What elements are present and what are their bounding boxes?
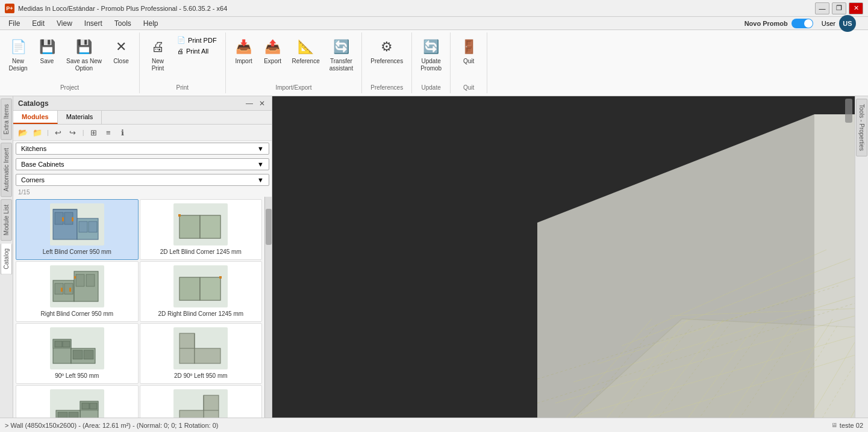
catalog-grid-view-button[interactable]: ⊞ — [88, 126, 100, 138]
list-item[interactable]: 90º Right 950 mm — [16, 385, 139, 418]
svg-rect-31 — [55, 341, 62, 347]
titlebar: P+ Medidas In Loco/Estándar - Promob Plu… — [0, 0, 868, 17]
tab-modules[interactable]: Modules — [13, 111, 58, 124]
subcategory-chevron-icon: ▼ — [257, 161, 264, 168]
statusbar-scene-icon: 🖥 — [831, 422, 837, 428]
catalog-collapse-button[interactable]: — — [244, 99, 255, 108]
menu-tools[interactable]: Tools — [108, 18, 137, 29]
list-item[interactable]: 2D Right Blind Corner 1245 mm — [140, 261, 263, 322]
save-button[interactable]: 💾 Save — [34, 35, 60, 67]
menu-insert[interactable]: Insert — [78, 18, 108, 29]
catalog-content: Left Blind Corner 950 mm — [13, 197, 272, 418]
catalog-folder-new-button[interactable]: 📁 — [31, 126, 43, 138]
catalog-header-buttons: — ✕ — [244, 99, 267, 108]
catalog-scrollbar[interactable] — [264, 197, 272, 418]
catalog-scroll-thumb[interactable] — [266, 209, 272, 245]
svg-rect-44 — [58, 412, 67, 418]
print-small-col: 📄 Print PDF 🖨 Print All — [173, 35, 220, 56]
viewport[interactable] — [272, 96, 855, 418]
avatar[interactable]: US — [839, 15, 856, 32]
catalog-folder-open-button[interactable]: 📂 — [17, 126, 29, 138]
category-dropdown[interactable]: Kitchens ▼ — [16, 143, 269, 155]
print-all-label: Print All — [186, 48, 208, 55]
print-group-label: Print — [176, 82, 189, 91]
catalog-close-button[interactable]: ✕ — [257, 99, 267, 108]
importexport-buttons: 📥 Import 📤 Export 📐 Reference 🔄 Transfer… — [231, 35, 357, 75]
ribbon-group-update: 🔄 UpdatePromob Update — [412, 32, 451, 93]
transfer-assistant-button[interactable]: 🔄 Transferassistant — [326, 35, 357, 75]
sidebar-item-catalog[interactable]: Catalog — [1, 243, 12, 274]
close-window-button[interactable]: ✕ — [849, 2, 863, 14]
importexport-group-label: Import/Export — [275, 82, 311, 91]
list-item[interactable]: Left Blind Corner 950 mm — [16, 199, 139, 260]
reference-icon: 📐 — [296, 37, 316, 57]
menu-view[interactable]: View — [51, 18, 78, 29]
viewport-scrollbar[interactable] — [845, 99, 852, 123]
print-pdf-button[interactable]: 📄 Print PDF — [173, 35, 220, 45]
svg-rect-3 — [55, 212, 63, 224]
restore-button[interactable]: ❐ — [832, 2, 846, 14]
item-label: 2D 90º Left 950 mm — [174, 372, 228, 380]
ribbon-group-print: 🖨 NewPrint 📄 Print PDF 🖨 Print All Print — [140, 32, 226, 93]
sidebar-item-automatic-insert[interactable]: Automatic Insert — [1, 143, 12, 197]
svg-rect-5 — [79, 221, 87, 232]
import-icon: 📥 — [234, 37, 254, 57]
new-print-button[interactable]: 🖨 NewPrint — [145, 35, 171, 75]
menu-help[interactable]: Help — [137, 18, 164, 29]
menu-file[interactable]: File — [2, 18, 26, 29]
svg-rect-27 — [219, 276, 222, 279]
svg-rect-10 — [180, 215, 200, 238]
user-area: Novo Promob User US — [740, 15, 866, 32]
svg-rect-43 — [90, 403, 97, 409]
sidebar-item-tools-properties[interactable]: Tools - Properties — [856, 99, 867, 156]
tab-materials[interactable]: Materials — [58, 111, 102, 124]
export-button[interactable]: 📤 Export — [260, 35, 286, 67]
statusbar: > Wall (4850x150x2600) - (Area: 12.61 m²… — [0, 418, 868, 432]
sidebar-item-module-list[interactable]: Module List — [1, 199, 12, 241]
preferences-button[interactable]: ⚙ Preferences — [367, 35, 407, 67]
print-all-icon: 🖨 — [177, 48, 184, 55]
svg-rect-17 — [64, 283, 73, 294]
ribbon-group-importexport: 📥 Import 📤 Export 📐 Reference 🔄 Transfer… — [226, 32, 363, 93]
subcategory-dropdown[interactable]: Base Cabinets ▼ — [16, 158, 269, 170]
save-label: Save — [40, 58, 54, 65]
transfer-assistant-label: Transferassistant — [329, 58, 353, 72]
menu-edit[interactable]: Edit — [26, 18, 51, 29]
reference-label: Reference — [292, 58, 320, 65]
catalog-redo-button[interactable]: ↪ — [67, 126, 79, 138]
preferences-icon: ⚙ — [377, 37, 396, 57]
catalog-title: Catalogs — [18, 99, 49, 108]
transfer-assistant-icon: 🔄 — [331, 37, 351, 57]
list-item[interactable]: Right Blind Corner 950 mm — [16, 261, 139, 322]
list-item[interactable]: 2D Left Blind Corner 1245 mm — [140, 199, 263, 260]
print-all-button[interactable]: 🖨 Print All — [173, 46, 212, 56]
items-grid: Left Blind Corner 950 mm — [13, 197, 264, 418]
new-design-button[interactable]: 📄 NewDesign — [5, 35, 31, 75]
filter-dropdown[interactable]: Corners ▼ — [16, 174, 269, 186]
quit-button[interactable]: 🚪 Quit — [455, 35, 482, 67]
preferences-buttons: ⚙ Preferences — [367, 35, 407, 67]
list-item[interactable]: 2D 90º Right 950 mm — [140, 385, 263, 418]
save-new-option-button[interactable]: 💾 Save as NewOption — [63, 35, 105, 75]
update-promob-button[interactable]: 🔄 UpdatePromob — [417, 35, 445, 75]
svg-rect-8 — [72, 217, 73, 221]
items-area: Left Blind Corner 950 mm — [13, 197, 264, 418]
list-item[interactable]: 90º Left 950 mm — [16, 323, 139, 384]
svg-rect-7 — [62, 217, 64, 221]
reference-button[interactable]: 📐 Reference — [289, 35, 323, 67]
sidebar-item-extra-items[interactable]: Extra Items — [1, 99, 12, 140]
new-print-icon: 🖨 — [148, 37, 167, 57]
minimize-button[interactable]: — — [815, 2, 829, 14]
close-button[interactable]: ✕ Close — [108, 35, 134, 67]
import-button[interactable]: 📥 Import — [231, 35, 257, 67]
export-label: Export — [264, 58, 281, 65]
import-label: Import — [235, 58, 252, 65]
novo-promob-toggle[interactable]: Novo Promob — [740, 19, 818, 28]
catalog-info-button[interactable]: ℹ — [117, 126, 129, 138]
catalog-undo-button[interactable]: ↩ — [52, 126, 64, 138]
toggle-switch[interactable] — [792, 19, 813, 28]
titlebar-left: P+ Medidas In Loco/Estándar - Promob Plu… — [5, 4, 227, 13]
svg-rect-46 — [204, 395, 219, 418]
catalog-list-view-button[interactable]: ≡ — [102, 126, 114, 138]
list-item[interactable]: 2D 90º Left 950 mm — [140, 323, 263, 384]
